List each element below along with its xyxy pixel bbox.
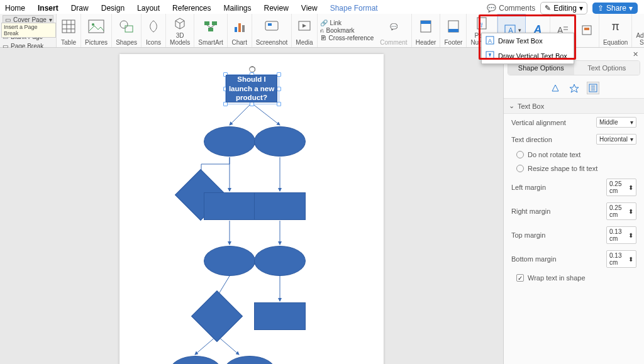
tab-design[interactable]: Design xyxy=(96,3,130,14)
tab-references[interactable]: References xyxy=(167,3,216,14)
tab-review[interactable]: Review xyxy=(259,3,294,14)
pages-pane: ▭ Cover Page ▾ Insert a Page Break ▭ Bla… xyxy=(0,14,57,47)
flowchart-oval[interactable] xyxy=(224,356,275,364)
left-margin-label: Left margin xyxy=(511,184,546,191)
radio-icon xyxy=(516,165,524,172)
comment-group[interactable]: 💬Comment xyxy=(376,14,411,47)
right-margin-value: 0.25 cm xyxy=(609,204,628,218)
text-options-tab[interactable]: Text Options xyxy=(574,61,640,75)
bottom-margin-spinner[interactable]: 0.13 cm⬍ xyxy=(606,250,636,268)
svg-rect-19 xyxy=(421,21,431,24)
svg-text:A: A xyxy=(488,38,492,44)
chevron-down-icon: ▾ xyxy=(630,136,633,143)
valign-select[interactable]: Middle ▾ xyxy=(596,117,636,128)
text-direction-select[interactable]: Horizontal ▾ xyxy=(596,134,636,145)
text-direction-label: Text direction xyxy=(511,136,552,143)
chart-group[interactable]: Chart xyxy=(228,14,252,47)
icons-group[interactable]: Icons xyxy=(142,14,166,47)
document-canvas[interactable]: Should I launch a new product? xyxy=(0,48,503,364)
textbox-section-head[interactable]: ⌄Text Box xyxy=(504,98,644,114)
flowchart-diamond[interactable] xyxy=(191,290,243,342)
bookmark-button[interactable]: ⎌Bookmark xyxy=(320,27,374,34)
right-margin-spinner[interactable]: 0.25 cm⬍ xyxy=(606,202,636,220)
flowchart-oval[interactable] xyxy=(254,126,306,157)
resize-handle[interactable] xyxy=(277,72,281,77)
tab-home[interactable]: Home xyxy=(0,3,30,14)
flowchart-oval[interactable] xyxy=(170,356,221,364)
flowchart-rect[interactable] xyxy=(254,302,306,330)
media-group[interactable]: Media xyxy=(292,14,317,47)
top-margin-spinner[interactable]: 0.13 cm⬍ xyxy=(606,226,636,244)
stepper-icon: ⬍ xyxy=(628,208,633,215)
left-margin-value: 0.25 cm xyxy=(609,180,628,194)
layout-properties-icon[interactable] xyxy=(587,82,599,94)
link-button[interactable]: 🔗Link xyxy=(320,19,374,26)
header-group[interactable]: Header xyxy=(412,14,441,47)
link-label: Link xyxy=(330,19,341,26)
footer-group[interactable]: Footer xyxy=(440,14,467,47)
flowchart-rect[interactable] xyxy=(254,192,306,220)
chevron-down-icon: ▾ xyxy=(630,119,633,126)
resize-handle[interactable] xyxy=(223,102,228,106)
svg-rect-9 xyxy=(204,21,209,25)
cube-icon xyxy=(172,15,188,31)
chart-icon xyxy=(231,18,248,35)
do-not-rotate-checkbox[interactable]: Do not rotate text xyxy=(504,148,644,162)
svg-rect-11 xyxy=(208,28,213,31)
resize-handle[interactable] xyxy=(277,102,281,106)
tab-draw[interactable]: Draw xyxy=(66,3,94,14)
wrap-text-checkbox[interactable]: Wrap text in shape xyxy=(504,271,644,285)
tab-insert[interactable]: Insert xyxy=(33,3,64,14)
pencil-icon: ✎ xyxy=(545,4,551,13)
crossref-button[interactable]: 🖹Cross-reference xyxy=(320,35,374,41)
fill-line-icon[interactable] xyxy=(549,82,562,94)
table-group[interactable]: Table xyxy=(57,14,81,47)
rotation-handle[interactable] xyxy=(249,66,255,72)
draw-text-box-item[interactable]: A Draw Text Box xyxy=(482,33,574,48)
shapes-group[interactable]: Shapes xyxy=(112,14,142,47)
text-tools-button[interactable] xyxy=(575,14,599,47)
flowchart-oval[interactable] xyxy=(254,246,306,276)
tab-mailings[interactable]: Mailings xyxy=(218,3,256,14)
close-panel-button[interactable]: ✕ xyxy=(630,49,640,59)
resize-shape-checkbox[interactable]: Resize shape to fit text xyxy=(504,162,644,175)
flowchart-rect[interactable] xyxy=(204,192,255,220)
screenshot-group[interactable]: Screenshot xyxy=(252,14,292,47)
radio-icon xyxy=(516,151,524,158)
format-shape-panel: ✕ Shape Options Text Options ⌄Text Box V… xyxy=(503,48,644,364)
symbol-group[interactable]: ΩAdvanced Symbol xyxy=(632,14,644,47)
tab-layout[interactable]: Layout xyxy=(132,3,165,14)
draw-vertical-text-box-item[interactable]: Draw Vertical Text Box xyxy=(482,48,574,63)
top-margin-value: 0.13 cm xyxy=(609,228,628,242)
flowchart-oval[interactable] xyxy=(204,246,255,276)
table-label: Table xyxy=(61,40,76,47)
editing-mode-button[interactable]: ✎ Editing ▾ xyxy=(540,2,587,14)
resize-handle[interactable] xyxy=(277,87,281,91)
comment-icon: 💬 xyxy=(386,18,402,35)
pictures-group[interactable]: Pictures xyxy=(81,14,112,47)
3d-models-group[interactable]: 3D Models xyxy=(166,14,194,47)
left-margin-spinner[interactable]: 0.25 cm⬍ xyxy=(606,179,636,196)
page-number-icon: # xyxy=(474,15,490,31)
tab-shape-format[interactable]: Shape Format xyxy=(325,3,383,14)
svg-rect-31 xyxy=(584,28,589,30)
chevron-down-icon: ▾ xyxy=(629,4,633,13)
svg-point-7 xyxy=(120,21,128,28)
resize-handle[interactable] xyxy=(250,102,254,106)
flowchart-oval[interactable] xyxy=(204,126,255,157)
do-not-rotate-label: Do not rotate text xyxy=(528,151,580,158)
svg-rect-14 xyxy=(242,25,245,32)
chevron-down-icon: ▾ xyxy=(579,4,583,13)
tab-view[interactable]: View xyxy=(296,3,323,14)
effects-icon[interactable] xyxy=(568,82,580,94)
icons-icon xyxy=(145,18,162,35)
smartart-group[interactable]: SmartArt xyxy=(194,14,227,47)
comments-button[interactable]: 💬 Comments xyxy=(487,4,535,13)
equation-group[interactable]: πEquation xyxy=(599,14,632,47)
share-button[interactable]: ⇪ Share ▾ xyxy=(592,3,638,14)
svg-rect-12 xyxy=(235,27,237,32)
svg-rect-16 xyxy=(268,23,272,26)
svg-rect-21 xyxy=(448,29,458,32)
flowchart-start-box[interactable]: Should I launch a new product? xyxy=(226,75,277,102)
bottom-margin-value: 0.13 cm xyxy=(609,252,628,266)
